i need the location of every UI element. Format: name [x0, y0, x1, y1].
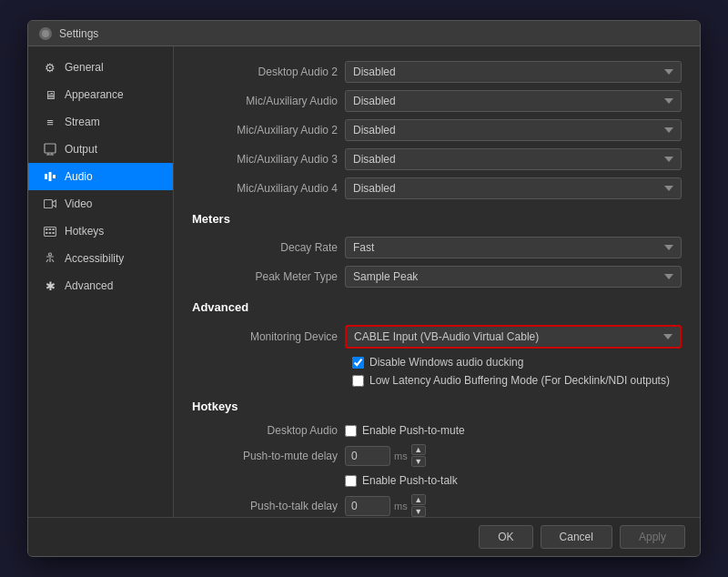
push-to-mute-delay-row: Push-to-mute delay ms ▲ ▼	[192, 444, 682, 467]
main-content: Desktop Audio 2 Disabled Mic/Auxiliary A…	[174, 46, 700, 517]
push-to-talk-delay-unit: ms	[394, 501, 408, 511]
apply-button[interactable]: Apply	[620, 525, 685, 549]
push-to-mute-delay-input[interactable]	[345, 446, 390, 466]
video-icon	[43, 197, 57, 211]
peak-meter-type-row: Peak Meter Type Sample Peak	[192, 266, 682, 288]
push-to-mute-label: Enable Push-to-mute	[362, 424, 465, 437]
push-to-talk-spinner: ▲ ▼	[411, 494, 426, 517]
sidebar-item-audio-label: Audio	[65, 170, 93, 183]
ok-button[interactable]: OK	[479, 525, 532, 549]
desktop-audio-2-select[interactable]: Disabled	[345, 61, 682, 83]
decay-rate-select[interactable]: Fast	[345, 237, 682, 258]
titlebar-title: Settings	[59, 27, 98, 40]
push-to-mute-decrement[interactable]: ▼	[411, 456, 426, 467]
push-to-talk-delay-input-wrap: ms ▲ ▼	[345, 494, 426, 517]
sidebar-item-audio[interactable]: Audio	[28, 163, 173, 190]
mic-aux-3-select[interactable]: Disabled	[345, 148, 682, 170]
svg-rect-4	[53, 175, 56, 178]
mic-aux-4-row: Mic/Auxiliary Audio 4 Disabled	[192, 177, 682, 199]
monitoring-device-select[interactable]: CABLE Input (VB-Audio Virtual Cable)	[345, 325, 682, 349]
titlebar: Settings	[28, 21, 700, 46]
decay-rate-row: Decay Rate Fast	[192, 237, 682, 258]
push-to-mute-delay-label: Push-to-mute delay	[192, 450, 338, 462]
mic-aux-2-label: Mic/Auxiliary Audio 2	[192, 124, 338, 137]
svg-rect-8	[49, 228, 52, 230]
stream-icon: ≡	[43, 115, 57, 129]
monitoring-device-row: Monitoring Device CABLE Input (VB-Audio …	[192, 325, 682, 349]
push-to-mute-delay-input-wrap: ms ▲ ▼	[345, 444, 426, 467]
svg-rect-7	[46, 228, 48, 230]
footer: OK Cancel Apply	[28, 517, 700, 556]
mic-aux-3-row: Mic/Auxiliary Audio 3 Disabled	[192, 148, 682, 170]
svg-rect-1	[45, 144, 56, 153]
sidebar-item-general[interactable]: ⚙ General	[28, 54, 173, 81]
cancel-button[interactable]: Cancel	[541, 525, 612, 549]
push-to-talk-decrement[interactable]: ▼	[411, 506, 426, 517]
push-to-talk-delay-row: Push-to-talk delay ms ▲ ▼	[192, 494, 682, 517]
advanced-icon: ✱	[43, 278, 57, 293]
push-to-talk-delay-label: Push-to-talk delay	[192, 500, 338, 512]
sidebar-item-appearance-label: Appearance	[65, 88, 124, 101]
appearance-icon: 🖥	[43, 87, 57, 102]
mic-aux-3-label: Mic/Auxiliary Audio 3	[192, 153, 338, 166]
sidebar-item-advanced-label: Advanced	[65, 279, 113, 292]
output-icon	[43, 142, 57, 157]
mic-aux-label: Mic/Auxiliary Audio	[192, 95, 338, 107]
sidebar-item-output[interactable]: Output	[28, 136, 173, 163]
svg-point-0	[42, 30, 49, 37]
push-to-mute-delay-unit: ms	[394, 450, 408, 461]
mic-aux-4-label: Mic/Auxiliary Audio 4	[192, 182, 338, 195]
sidebar-item-general-label: General	[65, 61, 104, 74]
push-to-talk-delay-input[interactable]	[345, 496, 390, 516]
push-to-mute-spinner: ▲ ▼	[411, 444, 426, 467]
sidebar-item-hotkeys-label: Hotkeys	[65, 225, 104, 238]
advanced-section-header: Advanced	[192, 300, 682, 318]
push-to-talk-checkbox[interactable]	[345, 475, 357, 487]
content-area: ⚙ General 🖥 Appearance ≡ Stream Output	[28, 46, 700, 517]
low-latency-checkbox[interactable]	[352, 375, 364, 387]
disable-audio-ducking-row: Disable Windows audio ducking	[352, 356, 682, 369]
svg-rect-2	[45, 174, 47, 179]
svg-rect-12	[52, 232, 55, 234]
titlebar-icon	[39, 27, 52, 40]
sidebar-item-video-label: Video	[65, 197, 92, 210]
desktop-audio-2-label: Desktop Audio 2	[192, 66, 338, 78]
low-latency-row: Low Latency Audio Buffering Mode (For De…	[352, 374, 682, 387]
sidebar-item-stream[interactable]: ≡ Stream	[28, 108, 173, 136]
desktop-audio-2-row: Desktop Audio 2 Disabled	[192, 61, 682, 83]
sidebar-item-advanced[interactable]: ✱ Advanced	[28, 272, 173, 299]
mic-aux-2-row: Mic/Auxiliary Audio 2 Disabled	[192, 119, 682, 141]
svg-rect-3	[49, 172, 52, 181]
push-to-talk-increment[interactable]: ▲	[411, 494, 426, 505]
svg-rect-10	[46, 232, 48, 234]
peak-meter-type-select[interactable]: Sample Peak	[345, 266, 682, 288]
sidebar-item-output-label: Output	[65, 143, 97, 156]
svg-rect-5	[45, 200, 53, 208]
sidebar-item-accessibility[interactable]: Accessibility	[28, 245, 173, 272]
mic-aux-2-select[interactable]: Disabled	[345, 119, 682, 141]
push-to-talk-label: Enable Push-to-talk	[362, 474, 458, 487]
hotkeys-icon	[43, 224, 57, 238]
monitoring-device-label: Monitoring Device	[192, 330, 338, 343]
push-to-mute-increment[interactable]: ▲	[411, 444, 426, 455]
hotkeys-section-header: Hotkeys	[192, 400, 682, 417]
mic-aux-4-select[interactable]: Disabled	[345, 177, 682, 199]
mic-aux-select[interactable]: Disabled	[345, 90, 682, 112]
sidebar-item-appearance[interactable]: 🖥 Appearance	[28, 81, 173, 108]
desktop-audio-push-to-mute-row: Desktop Audio Enable Push-to-mute	[192, 424, 682, 437]
low-latency-label: Low Latency Audio Buffering Mode (For De…	[369, 374, 670, 387]
svg-rect-11	[49, 232, 52, 234]
push-to-mute-checkbox[interactable]	[345, 425, 357, 437]
sidebar-item-stream-label: Stream	[65, 116, 100, 128]
peak-meter-type-label: Peak Meter Type	[192, 270, 338, 283]
push-to-talk-row: Enable Push-to-talk	[192, 474, 682, 487]
svg-point-13	[49, 253, 52, 256]
sidebar-item-hotkeys[interactable]: Hotkeys	[28, 218, 173, 245]
sidebar-item-video[interactable]: Video	[28, 190, 173, 218]
settings-window: Settings ⚙ General 🖥 Appearance ≡ Stream	[27, 20, 701, 557]
decay-rate-label: Decay Rate	[192, 241, 338, 254]
sidebar-item-accessibility-label: Accessibility	[65, 252, 124, 265]
accessibility-icon	[43, 251, 57, 266]
general-icon: ⚙	[43, 60, 57, 75]
disable-audio-ducking-checkbox[interactable]	[352, 357, 364, 369]
